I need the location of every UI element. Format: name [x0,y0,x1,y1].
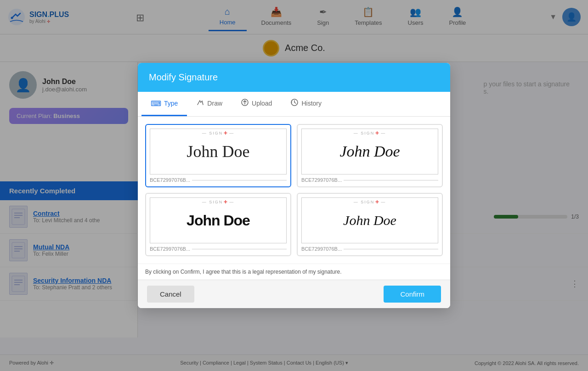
type-icon: ⌨ [151,99,161,108]
modal-header: Modify Signature [138,63,450,92]
cancel-button[interactable]: Cancel [147,286,194,303]
modal-actions: Cancel Confirm [138,280,450,308]
sig-watermark-2: — SIGN✛ — [354,131,386,135]
sig-preview-3: — SIGN✛ — John Doe [150,197,287,243]
sig-watermark-1: — SIGN✛ — [202,131,235,135]
tab-history[interactable]: History [281,92,331,116]
modal-title: Modify Signature [149,72,218,82]
sig-text-3: John Doe [187,212,250,229]
sig-watermark-4: — SIGN✛ — [354,200,386,204]
confirm-button[interactable]: Confirm [384,286,441,303]
upload-icon [241,98,249,108]
signature-option-3[interactable]: — SIGN✛ — John Doe BCE72997076B... [145,193,291,256]
sig-preview-1: — SIGN✛ — John Doe [150,129,287,174]
history-icon [290,98,299,108]
tab-draw[interactable]: Draw [187,92,232,116]
tab-upload[interactable]: Upload [232,92,281,116]
tab-type[interactable]: ⌨ Type [141,92,187,116]
signature-option-1[interactable]: — SIGN✛ — John Doe BCE72997076B... [145,124,291,187]
sig-text-4: John Doe [343,213,396,228]
sig-preview-2: — SIGN✛ — John Doe [301,129,438,174]
sig-text-2: John Doe [339,143,400,160]
signature-option-2[interactable]: — SIGN✛ — John Doe BCE72997076B... [297,124,443,187]
draw-icon [196,98,204,108]
sig-footer-3: BCE72997076B... [150,246,287,252]
modify-signature-modal: Modify Signature ⌨ Type Draw Upload [138,63,450,308]
sig-footer-2: BCE72997076B... [301,177,438,183]
modal-tabs: ⌨ Type Draw Upload History [138,92,450,117]
modal-overlay: Modify Signature ⌨ Type Draw Upload [0,0,588,371]
sig-footer-4: BCE72997076B... [301,246,438,252]
sig-preview-4: — SIGN✛ — John Doe [301,197,438,243]
sig-text-1: John Doe [187,142,250,161]
sig-footer-1: BCE72997076B... [150,177,287,183]
signature-option-4[interactable]: — SIGN✛ — John Doe BCE72997076B... [297,193,443,256]
modal-legal-text: By clicking on Confirm, I agree that thi… [138,264,450,280]
modal-body: — SIGN✛ — John Doe BCE72997076B... — SIG… [138,117,450,264]
sig-watermark-3: — SIGN✛ — [202,200,235,204]
